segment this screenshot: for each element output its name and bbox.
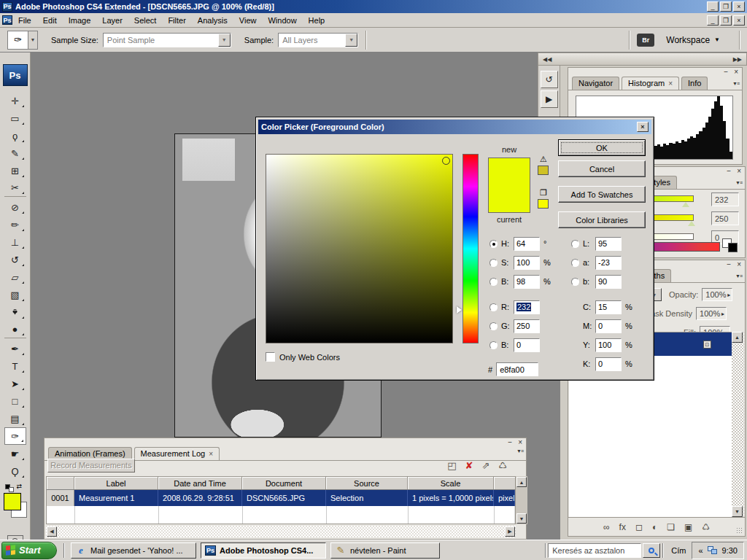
spinner-icon[interactable]: ▸ xyxy=(727,292,730,298)
sample-dropdown[interactable]: All Layers ▼ xyxy=(278,33,358,47)
column-header[interactable]: Scale xyxy=(408,477,494,489)
scroll-up-icon[interactable]: ▲ xyxy=(516,477,527,487)
panel-minimize-icon[interactable]: − xyxy=(727,261,731,268)
panel-tab[interactable]: Histogram × xyxy=(622,77,679,90)
menu-item[interactable]: Analysis xyxy=(192,15,233,26)
dropdown-arrow-icon[interactable]: ▼ xyxy=(345,34,357,47)
dialog-title-bar[interactable]: Color Picker (Foreground Color) × xyxy=(258,120,651,134)
column-header[interactable] xyxy=(47,477,74,489)
document-icon[interactable]: Ps xyxy=(2,15,12,25)
tool-hand[interactable]: ☛ xyxy=(4,445,26,462)
sample-size-dropdown[interactable]: Point Sample ▼ xyxy=(103,33,231,47)
task-photoshop[interactable]: Ps Adobe Photoshop CS4... xyxy=(201,542,326,559)
layers-footer-layer-style[interactable]: fx xyxy=(619,522,626,532)
menu-item[interactable]: Window xyxy=(262,15,302,26)
resize-grip[interactable] xyxy=(736,527,743,534)
panel-minimize-icon[interactable]: − xyxy=(727,168,731,175)
tab-close-icon[interactable]: × xyxy=(209,450,213,458)
column-header[interactable]: Source xyxy=(326,477,408,489)
value-input[interactable]: 232 xyxy=(514,300,540,314)
radio-button[interactable] xyxy=(489,322,498,330)
scroll-down-icon[interactable]: ▼ xyxy=(516,513,527,524)
value-input[interactable]: 95 xyxy=(595,237,622,251)
only-web-colors-checkbox[interactable] xyxy=(266,352,275,362)
gamut-color-swatch[interactable] xyxy=(538,166,549,175)
tray-chevron-icon[interactable]: « xyxy=(698,546,703,555)
value-input[interactable]: 15 xyxy=(595,300,622,314)
bridge-icon[interactable]: Br xyxy=(637,34,654,47)
value-input[interactable]: 250 xyxy=(514,319,540,333)
measurement-deselect-measurements[interactable]: ✘ xyxy=(465,460,473,471)
ramp-black-swatch[interactable] xyxy=(728,243,738,252)
panel-menu-icon[interactable]: ▼≡ xyxy=(735,273,742,279)
red-slider-thumb[interactable] xyxy=(682,202,689,207)
network-icon[interactable] xyxy=(708,546,718,555)
actions-panel-button[interactable]: ▶ xyxy=(541,90,558,108)
menu-item[interactable]: Help xyxy=(303,15,331,26)
close-button[interactable]: × xyxy=(733,1,745,12)
radio-button[interactable] xyxy=(571,240,579,248)
panel-menu-icon[interactable]: ▼≡ xyxy=(516,448,523,454)
tool-quick-selection[interactable]: ✎ xyxy=(4,144,26,162)
radio-button[interactable] xyxy=(489,259,498,267)
layers-footer-adjustment-layer[interactable]: ◐ xyxy=(652,522,657,532)
value-input[interactable]: 0 xyxy=(595,319,622,333)
color-libraries-button[interactable]: Color Libraries xyxy=(558,211,646,228)
tool-move[interactable]: ✛ xyxy=(4,92,26,109)
tool-clone-stamp[interactable]: ⊥ xyxy=(4,233,26,251)
tool-brush[interactable]: ✏ xyxy=(4,216,26,233)
measurement-export-measurements[interactable]: ⇗ xyxy=(481,460,489,471)
address-toolbar-label[interactable]: Cím xyxy=(665,546,692,555)
hue-slider-marker[interactable] xyxy=(457,306,462,314)
menu-item[interactable]: Image xyxy=(63,15,97,26)
add-to-swatches-button[interactable]: Add To Swatches xyxy=(558,186,646,203)
tool-history-brush[interactable]: ↺ xyxy=(4,251,26,268)
value-input[interactable]: 64 xyxy=(514,237,540,251)
value-input[interactable]: 0 xyxy=(514,338,540,352)
measurement-select-measurements[interactable]: ◰ xyxy=(447,460,456,471)
value-input[interactable]: -23 xyxy=(595,256,622,270)
menu-item[interactable]: File xyxy=(12,15,37,26)
layers-footer-new-layer[interactable]: ▣ xyxy=(684,522,692,532)
record-measurements-button[interactable]: Record Measurements xyxy=(47,459,135,472)
panel-close-icon[interactable]: × xyxy=(518,439,522,446)
layers-footer-link-layers[interactable]: ∞ xyxy=(603,522,610,532)
value-input[interactable]: 100 xyxy=(595,338,622,352)
tool-preset-picker[interactable]: ✑ ▼ xyxy=(7,31,38,50)
measurement-delete-measurements[interactable]: ♺ xyxy=(498,460,507,471)
tool-eyedropper[interactable]: ✑ xyxy=(4,427,26,445)
scroll-left-icon[interactable]: ◀ xyxy=(47,526,57,537)
column-header[interactable]: Date and Time xyxy=(158,477,242,489)
tool-crop[interactable]: ⊞ xyxy=(4,162,26,179)
tool-gradient[interactable]: ▧ xyxy=(4,286,26,303)
ok-button[interactable]: OK xyxy=(558,139,646,156)
tool-blur[interactable]: ♠ xyxy=(4,303,26,321)
menu-item[interactable]: Select xyxy=(128,15,163,26)
panel-menu-icon[interactable]: ▼≡ xyxy=(735,180,742,185)
table-row[interactable]: 0001 Measurement 1 2008.06.29. 9:28:51 D… xyxy=(47,490,515,506)
radio-button[interactable] xyxy=(489,303,498,311)
tool-marquee[interactable]: ▭ xyxy=(4,109,26,127)
panel-close-icon[interactable]: × xyxy=(737,261,741,268)
restore-button[interactable]: ❐ xyxy=(720,1,732,12)
task-mail[interactable]: e Mail gesendet - 'Yahoo! ... xyxy=(71,542,196,559)
scroll-right-icon[interactable]: ▶ xyxy=(505,526,515,537)
tool-slice[interactable]: ✂ xyxy=(4,179,26,197)
tool-path-selection[interactable]: ➤ xyxy=(4,375,26,392)
search-input[interactable]: Keresés az asztalon xyxy=(548,543,641,558)
expand-panels-icon[interactable]: ▶▶ xyxy=(733,56,742,63)
spinner-icon[interactable]: ▸ xyxy=(721,311,724,317)
doc-minimize-button[interactable]: _ xyxy=(707,15,719,26)
workspace-dropdown[interactable]: Workspace ▼ xyxy=(666,35,720,45)
cancel-button[interactable]: Cancel xyxy=(558,160,646,177)
column-header[interactable]: Document xyxy=(242,477,326,489)
tool-spot-healing[interactable]: ⊘ xyxy=(4,198,26,216)
panel-tab[interactable]: Info xyxy=(681,77,708,90)
tool-shape[interactable]: □ xyxy=(4,392,26,410)
tool-dodge[interactable]: ● xyxy=(4,321,26,338)
tool-lasso[interactable]: ϙ xyxy=(4,127,26,144)
layers-scrollbar[interactable]: ▲ ▼ xyxy=(732,332,744,517)
value-input[interactable]: 90 xyxy=(595,275,622,289)
column-header[interactable]: Label xyxy=(74,477,158,489)
scroll-down-icon[interactable]: ▼ xyxy=(732,506,743,517)
